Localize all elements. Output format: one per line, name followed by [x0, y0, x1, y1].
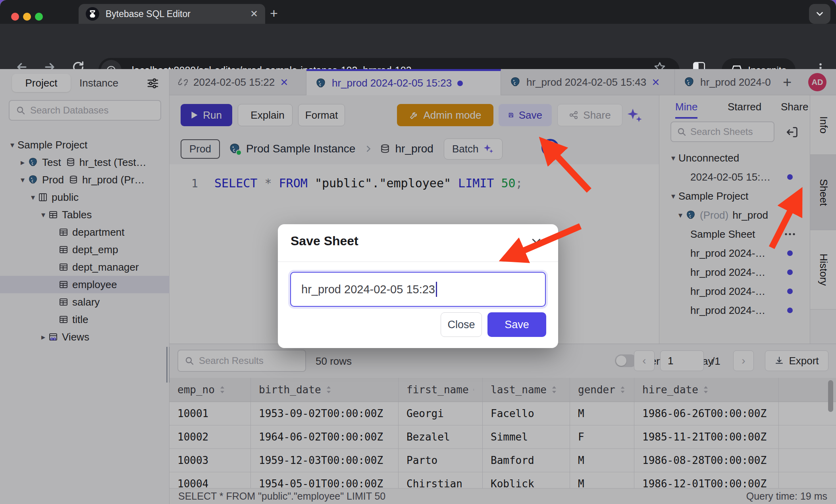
browser-tab-title: Bytebase SQL Editor: [106, 9, 250, 19]
sheet-name-input[interactable]: hr_prod 2024-02-05 15:23: [290, 272, 546, 307]
browser-window: Bytebase SQL Editor ✕ + localhost:8080/s…: [0, 0, 836, 504]
chevron-down-icon: [815, 9, 825, 19]
browser-tabstrip: Bytebase SQL Editor ✕ +: [0, 0, 836, 24]
dialog-close-icon[interactable]: [530, 237, 542, 249]
browser-toolbar: localhost:8080/sql-editor/prod-sample-in…: [0, 24, 836, 69]
save-confirm-button[interactable]: Save: [487, 312, 546, 337]
browser-tab-close-icon[interactable]: ✕: [250, 8, 258, 19]
screen: Bytebase SQL Editor ✕ + localhost:8080/s…: [0, 0, 836, 504]
browser-tab[interactable]: Bytebase SQL Editor ✕: [79, 4, 265, 24]
tab-search-button[interactable]: [809, 4, 830, 24]
new-browser-tab-button[interactable]: +: [270, 6, 278, 20]
close-button[interactable]: Close: [441, 312, 482, 337]
save-sheet-dialog: Save Sheet hr_prod 2024-02-05 15:23 Clos…: [278, 224, 558, 348]
bytebase-favicon: [86, 7, 99, 21]
traffic-light-zoom[interactable]: [35, 13, 43, 21]
traffic-light-close[interactable]: [11, 13, 19, 21]
bytebase-app: Project Instance ▾Sample Project ▸ Test …: [0, 69, 836, 504]
traffic-light-minimize[interactable]: [23, 13, 31, 21]
dialog-title: Save Sheet: [291, 234, 358, 248]
text-caret: [436, 282, 437, 297]
